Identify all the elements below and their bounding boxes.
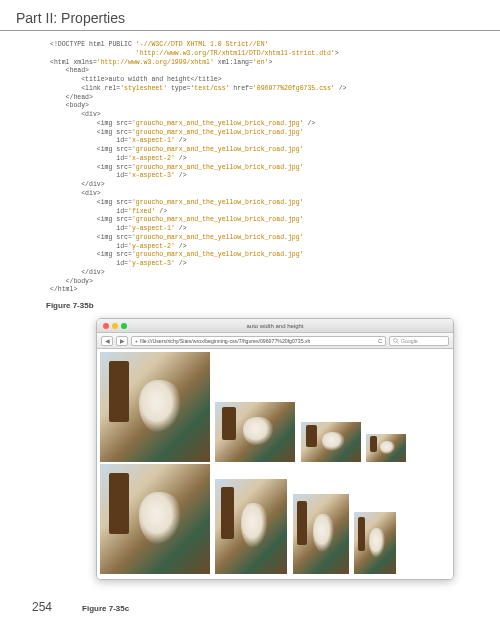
browser-toolbar: ◀ ▶ + file:///Users/richy/Sites/wrox/beg… — [97, 333, 453, 349]
search-placeholder: Google — [401, 338, 418, 344]
code-listing: <!DOCTYPE html PUBLIC '-//W3C//DTD XHTML… — [0, 31, 500, 299]
back-button[interactable]: ◀ — [101, 336, 113, 346]
url-bar[interactable]: + file:///Users/richy/Sites/wrox/beginni… — [131, 336, 386, 346]
add-icon: + — [135, 338, 138, 344]
image-row-x — [100, 352, 450, 462]
part-title: Part II: Properties — [16, 10, 125, 26]
page-footer: 254 Figure 7-35c — [0, 600, 500, 614]
window-title: auto width and height — [97, 323, 453, 329]
painting-image — [100, 464, 210, 574]
figure-label-c: Figure 7-35c — [82, 604, 129, 613]
reload-icon[interactable]: C — [378, 338, 382, 344]
painting-image — [293, 494, 349, 574]
browser-window: auto width and height ◀ ▶ + file:///User… — [96, 318, 454, 580]
figure-label-b: Figure 7-35b — [0, 301, 500, 310]
painting-image — [215, 479, 287, 574]
image-row-y — [100, 464, 450, 574]
painting-image — [354, 512, 396, 574]
url-text: file:///Users/richy/Sites/wrox/beginning… — [140, 338, 310, 344]
search-icon — [393, 338, 399, 344]
search-input[interactable]: Google — [389, 336, 449, 346]
browser-titlebar: auto width and height — [97, 319, 453, 333]
painting-image — [301, 422, 361, 462]
painting-image — [215, 402, 295, 462]
svg-line-1 — [397, 342, 399, 344]
painting-image — [100, 352, 210, 462]
forward-button[interactable]: ▶ — [116, 336, 128, 346]
svg-point-0 — [394, 338, 398, 342]
page-header: Part II: Properties — [0, 0, 500, 31]
browser-viewport — [97, 349, 453, 579]
page-number: 254 — [32, 600, 52, 614]
painting-image — [366, 434, 406, 462]
